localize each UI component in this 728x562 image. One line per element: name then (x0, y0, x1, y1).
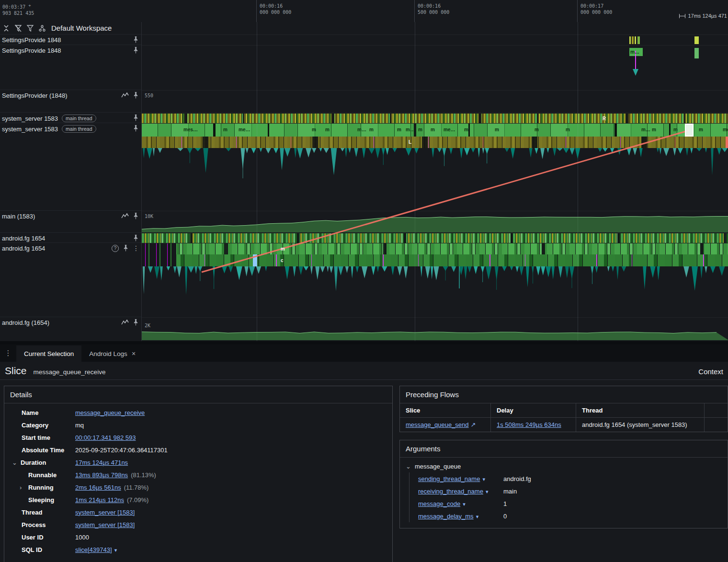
context-button[interactable]: Context (698, 367, 723, 376)
chevron-down-icon[interactable]: ⌄ (12, 459, 18, 466)
dropdown-caret-icon[interactable]: ▾ (463, 501, 466, 507)
pin-icon[interactable] (132, 125, 139, 132)
pin-icon[interactable] (132, 212, 139, 220)
sched-marker: R (603, 116, 606, 121)
panel-drag-handle[interactable] (0, 341, 728, 344)
arguments-card: Arguments ⌄ message_queue sending_thread… (399, 440, 728, 528)
pin-icon[interactable] (132, 36, 139, 44)
track-row-systemserver-summary[interactable]: system_server 1583main thread (0, 113, 141, 123)
details-card-title: Details (4, 386, 392, 403)
detail-row-sleeping: Sleeping 1ms 214µs 112ns(7.09%) (4, 493, 392, 506)
workspace-title: Default Workspace (51, 24, 112, 32)
workspace-header: Default Workspace (0, 22, 141, 34)
pin-icon[interactable] (132, 92, 139, 99)
track-row-main-counter[interactable]: main (1583) (0, 211, 141, 233)
flow-delay-link[interactable]: 1s 508ms 249µs 634ns (497, 421, 561, 428)
detail-row-process: Process system_server [1583] (4, 518, 392, 531)
slice-marker: c (281, 258, 284, 263)
slice-marker: m… (630, 49, 639, 55)
runnable-link[interactable]: 13ms 893µs 798ns (75, 471, 128, 479)
canvas-overlay (142, 22, 728, 341)
arg-key-link[interactable]: sending_thread_name (418, 475, 480, 482)
pin-icon[interactable] (132, 46, 139, 54)
slice-marker: m (281, 246, 285, 252)
trace-clock: 00:03:37+ 903 821 435 (2, 2, 34, 16)
time-ruler[interactable]: 00:03:37+ 903 821 435 00:00:16000 000 00… (0, 0, 728, 22)
panel-menu-icon[interactable]: ⋮ (0, 344, 16, 362)
track-sidebar: Default Workspace SettingsProvide 1848 S… (0, 22, 141, 341)
selection-duration-marker: 17ms 124µs 471 (679, 13, 727, 19)
start-time-link[interactable]: 00:00:17.341 982 593 (75, 434, 136, 441)
sql-id-link[interactable]: slice[439743] (75, 546, 112, 553)
thread-link[interactable]: system_server [1583] (75, 509, 135, 516)
track-row-settingsprovider-counter[interactable]: SettingsProvider (1848) (0, 90, 141, 113)
argument-row: message_delay_ms▾ 0 (418, 510, 722, 522)
pin-icon[interactable] (132, 114, 139, 122)
slice-name-link[interactable]: message_queue_receive (75, 409, 145, 416)
argument-row: message_code▾ 1 (418, 497, 722, 510)
counter-label: 2K (145, 323, 150, 328)
tab-android-logs[interactable]: Android Logs × (81, 345, 143, 362)
external-link-icon[interactable]: ↗ (471, 421, 476, 428)
duration-link[interactable]: 17ms 124µs 471ns (75, 459, 128, 466)
track-row-settingsprovide-thread[interactable]: SettingsProvide 1848 (0, 45, 141, 90)
slice-header: Slice message_queue_receive Context (0, 362, 728, 380)
chevron-right-icon[interactable]: › (20, 484, 26, 491)
selection-name: message_queue_receive (34, 368, 106, 376)
counter-graph-icon[interactable] (121, 92, 129, 99)
detail-row-thread: Thread system_server [1583] (4, 506, 392, 518)
help-icon[interactable]: ? (112, 245, 119, 252)
argument-row: receiving_thread_name▾ main (418, 485, 722, 497)
argument-group[interactable]: ⌄ message_queue (406, 461, 722, 472)
counter-graph-icon[interactable] (121, 319, 129, 326)
selection-kind: Slice (5, 362, 27, 380)
track-row-androidfg-counter[interactable]: android.fg (1654) (0, 317, 141, 341)
detail-row-sql-id: SQL ID slice[439743]▾ (4, 543, 392, 556)
arg-key-link[interactable]: message_code (418, 500, 460, 507)
flow-slice-link[interactable]: message_queue_send (406, 421, 469, 428)
track-row-androidfg-thread[interactable]: android.fg 1654 ? ⋮ (0, 243, 141, 317)
pin-icon[interactable] (132, 319, 139, 326)
pin-icon[interactable] (132, 234, 139, 242)
counter-graph-icon[interactable] (121, 213, 129, 219)
running-link[interactable]: 2ms 16µs 561ns (75, 484, 121, 491)
workspace-icon[interactable] (38, 24, 46, 32)
detail-row-name: Name message_queue_receive (4, 406, 392, 419)
tab-bar: ⋮ Current Selection Android Logs × (0, 344, 728, 362)
collapse-tracks-icon[interactable] (2, 24, 10, 32)
argument-rows: sending_thread_name▾ android.fg receivin… (409, 472, 722, 522)
measure-bracket-icon (679, 14, 685, 18)
filter-icon[interactable] (26, 24, 34, 32)
counter-label: 550 (145, 93, 153, 98)
pin-icon[interactable] (122, 244, 129, 252)
detail-row-runnable: Runnable 13ms 893µs 798ns(81.13%) (4, 469, 392, 481)
slice-marker: L (409, 139, 411, 145)
timeline-canvas[interactable]: 550 10K 2K R L m c m… mes… m me… m m m… … (141, 22, 728, 341)
argument-row: sending_thread_name▾ android.fg (418, 472, 722, 485)
flows-data-row: message_queue_send↗ 1s 508ms 249µs 634ns… (400, 418, 728, 432)
counter-label: 10K (145, 214, 153, 219)
track-row-systemserver-main-thread[interactable]: system_server 1583main thread (0, 123, 141, 211)
chevron-down-icon[interactable]: ⌄ (406, 463, 412, 470)
detail-row-user-id: User ID 1000 (4, 531, 392, 543)
dropdown-caret-icon[interactable]: ▾ (114, 547, 117, 553)
selected-slice[interactable] (685, 124, 694, 137)
process-link[interactable]: system_server [1583] (75, 521, 135, 528)
arg-key-link[interactable]: receiving_thread_name (418, 488, 483, 495)
tab-current-selection[interactable]: Current Selection (16, 345, 81, 362)
close-icon[interactable]: × (132, 350, 136, 357)
sleeping-link[interactable]: 1ms 214µs 112ns (75, 496, 124, 504)
dropdown-caret-icon[interactable]: ▾ (482, 476, 485, 482)
detail-row-absolute-time: Absolute Time 2025-09-25T20:47:06.364117… (4, 444, 392, 456)
ruler-tick: 00:00:16500 000 000 (414, 0, 449, 22)
track-row-androidfg-summary[interactable]: android.fg 1654 (0, 233, 141, 243)
dropdown-caret-icon[interactable]: ▾ (486, 489, 489, 494)
arg-key-link[interactable]: message_delay_ms (418, 513, 474, 520)
track-row-settingsprovide-summary[interactable]: SettingsProvide 1848 (0, 34, 141, 45)
preceding-flows-title: Preceding Flows (400, 386, 728, 403)
ruler-tick: 00:00:17000 000 000 (577, 0, 612, 22)
track-menu-icon[interactable]: ⋮ (133, 245, 139, 252)
ruler-tick: 00:00:16000 000 000 (256, 0, 291, 22)
dropdown-caret-icon[interactable]: ▾ (476, 514, 479, 519)
clear-filter-icon[interactable] (14, 24, 22, 32)
